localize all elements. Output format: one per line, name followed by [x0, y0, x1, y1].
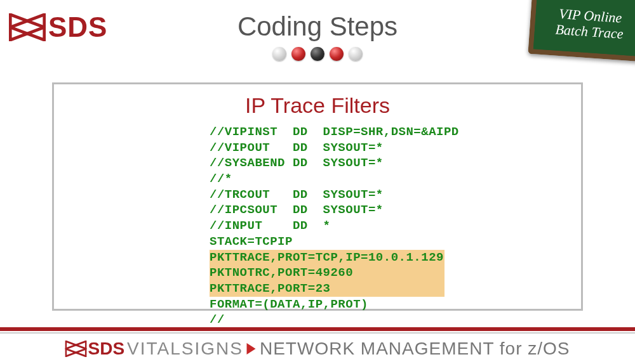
svg-marker-1 — [10, 15, 44, 40]
footer-play-icon — [247, 343, 256, 354]
slide-title: Coding Steps — [237, 11, 398, 42]
progress-dots — [272, 47, 363, 61]
code-line: // — [210, 312, 568, 328]
footer-vitalsigns: VITALSIGNS — [127, 339, 243, 359]
sds-logo-icon — [9, 13, 46, 41]
code-line: //* — [210, 171, 568, 187]
dot-4 — [330, 47, 344, 61]
code-line: PKTNOTRC,PORT=49260 — [210, 265, 444, 281]
code-line: //SYSABEND DD SYSOUT=* — [210, 155, 568, 171]
brand-name: SDS — [48, 11, 107, 43]
dot-3 — [311, 47, 324, 61]
code-line: PKTTRACE,PORT=23 — [210, 281, 444, 297]
footer-thin-line — [0, 332, 635, 334]
footer-stripe — [0, 327, 635, 331]
svg-marker-3 — [66, 341, 86, 356]
code-line: //INPUT DD * — [210, 218, 568, 234]
footer: SDS VITALSIGNS NETWORK MANAGEMENT for z/… — [65, 339, 570, 359]
code-block: //VIPINST DD DISP=SHR,DSN=&AIPD//VIPOUT … — [210, 124, 568, 328]
code-line: //VIPINST DD DISP=SHR,DSN=&AIPD — [210, 124, 568, 140]
code-line: //TRCOUT DD SYSOUT=* — [210, 187, 568, 203]
svg-marker-2 — [66, 341, 86, 356]
code-line: STACK=TCPIP — [210, 234, 568, 250]
sds-logo-icon-footer — [65, 341, 87, 357]
code-line: FORMAT=(DATA,IP,PROT) — [210, 297, 568, 313]
dot-5 — [349, 47, 363, 61]
dot-1 — [272, 47, 286, 61]
section-title: IP Trace Filters — [67, 93, 568, 118]
brand-logo: SDS — [9, 11, 107, 43]
footer-rest: NETWORK MANAGEMENT for z/OS — [260, 339, 570, 359]
code-line: //VIPOUT DD SYSOUT=* — [210, 140, 568, 156]
svg-marker-0 — [10, 15, 44, 40]
code-line: //IPCSOUT DD SYSOUT=* — [210, 202, 568, 218]
chalkboard-badge: VIP Online Batch Trace — [528, 0, 635, 62]
dot-2 — [291, 47, 305, 61]
content-panel: IP Trace Filters //VIPINST DD DISP=SHR,D… — [52, 82, 583, 311]
code-line: PKTTRACE,PROT=TCP,IP=10.0.1.129 — [210, 250, 444, 266]
footer-sds: SDS — [88, 339, 125, 359]
